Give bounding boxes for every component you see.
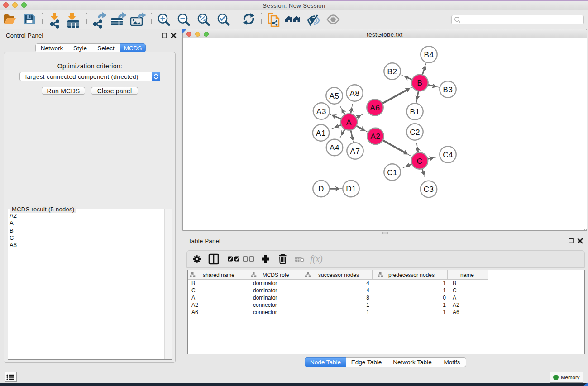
svg-text:A2: A2: [371, 132, 381, 141]
svg-text:A5: A5: [330, 92, 339, 100]
svg-text:C3: C3: [424, 185, 434, 194]
svg-text:C1: C1: [387, 168, 397, 177]
svg-text:C: C: [417, 157, 423, 166]
svg-text:A8: A8: [350, 89, 360, 98]
svg-text:B3: B3: [443, 86, 453, 94]
svg-text:f(x): f(x): [310, 254, 323, 264]
svg-text:D: D: [318, 185, 324, 193]
svg-text:A6: A6: [370, 104, 380, 112]
svg-text:successor nodes: successor nodes: [318, 272, 359, 278]
svg-text:A7: A7: [350, 147, 360, 156]
svg-text:predecessor nodes: predecessor nodes: [388, 272, 435, 278]
svg-text:B: B: [417, 79, 423, 87]
svg-text:B2: B2: [387, 67, 397, 76]
svg-text:A: A: [346, 118, 352, 127]
svg-text:B1: B1: [410, 108, 420, 116]
svg-text:C4: C4: [443, 151, 453, 159]
svg-text:name: name: [460, 272, 474, 278]
svg-text:A1: A1: [316, 129, 326, 138]
svg-text:B4: B4: [424, 51, 434, 59]
svg-text:A4: A4: [330, 143, 339, 152]
svg-text:A3: A3: [316, 107, 326, 116]
svg-text:MCDS role: MCDS role: [263, 272, 289, 278]
svg-text:C2: C2: [410, 128, 420, 137]
svg-text:shared name: shared name: [203, 272, 234, 278]
svg-text:D1: D1: [346, 185, 356, 193]
